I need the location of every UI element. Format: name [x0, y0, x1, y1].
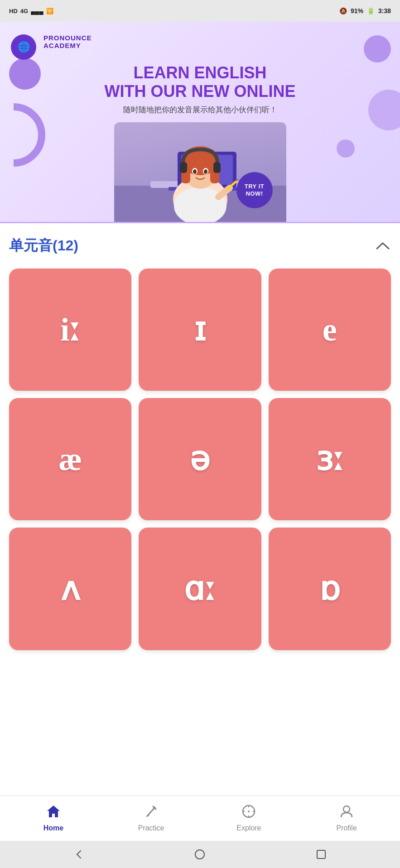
svg-line-21 — [148, 807, 155, 815]
home-icon — [46, 805, 61, 821]
phoneme-symbol-a-long: ɑː — [184, 573, 216, 605]
svg-point-26 — [248, 810, 250, 812]
section-header: 单元音(12) — [9, 236, 391, 256]
battery-icon: 🔋 — [367, 7, 375, 14]
banner-title-line1: LEARN ENGLISH — [11, 63, 389, 82]
nav-item-home[interactable]: Home — [5, 801, 102, 836]
logo-line2: ACADEMY — [43, 42, 92, 50]
banner-person-image: TRY IT NOW! — [114, 122, 286, 222]
chevron-up-icon[interactable] — [375, 238, 391, 254]
nav-label-home: Home — [43, 824, 63, 832]
compass-icon — [242, 805, 255, 821]
nav-label-practice: Practice — [138, 824, 164, 832]
status-bar: HD 4G ▄▄▄ 🛜 🔕 91% 🔋 3:38 — [0, 0, 400, 22]
try-it-badge[interactable]: TRY IT NOW! — [236, 172, 273, 208]
bottom-nav: Home Practice Explore — [0, 796, 400, 841]
svg-point-32 — [195, 850, 204, 859]
svg-rect-15 — [180, 162, 187, 173]
phoneme-card-open-o[interactable]: ɒ — [269, 528, 391, 650]
svg-point-31 — [343, 806, 350, 812]
phoneme-card-schwa[interactable]: ə — [139, 398, 261, 520]
banner-title: LEARN ENGLISH WITH OUR NEW ONLINE — [11, 63, 389, 101]
phoneme-card-3colon[interactable]: ɜː — [269, 398, 391, 520]
nav-item-explore[interactable]: Explore — [200, 801, 298, 836]
phoneme-symbol-schwa: ə — [190, 443, 210, 475]
recents-button[interactable] — [313, 846, 329, 863]
banner-title-line2: WITH OUR NEW ONLINE — [11, 82, 389, 101]
section-title: 单元音(12) — [9, 236, 78, 256]
phoneme-card-ae[interactable]: æ — [9, 398, 131, 520]
banner-image-area: TRY IT NOW! — [11, 122, 389, 222]
try-it-text: TRY IT — [245, 183, 264, 190]
signal-icon: ▄▄▄ — [31, 8, 43, 14]
status-left: HD 4G ▄▄▄ 🛜 — [9, 8, 53, 14]
phoneme-symbol-e: e — [323, 313, 337, 346]
banner: 🌐 PRONOUNCE ACADEMY LEARN ENGLISH WITH O… — [0, 22, 400, 223]
home-button[interactable] — [192, 846, 208, 863]
back-button[interactable] — [71, 846, 87, 863]
svg-rect-16 — [213, 162, 221, 173]
phoneme-card-i-long[interactable]: iː — [9, 269, 131, 391]
logo-line1: PRONOUNCE — [43, 34, 92, 42]
phoneme-grid: iː ɪ e æ ə ɜː ʌ ɑː ɒ — [9, 269, 391, 657]
logo-circle: 🌐 — [11, 34, 36, 60]
phoneme-symbol-i-long: iː — [60, 313, 80, 346]
phoneme-card-wedge[interactable]: ʌ — [9, 528, 131, 650]
main-section: 单元音(12) iː ɪ e æ ə ɜː — [0, 223, 400, 796]
phoneme-symbol-i-short: ɪ — [194, 313, 206, 346]
person-icon — [340, 805, 353, 821]
svg-point-13 — [193, 169, 197, 174]
phoneme-card-a-long[interactable]: ɑː — [139, 528, 261, 650]
svg-rect-33 — [317, 850, 325, 858]
globe-icon: 🌐 — [18, 41, 30, 53]
hd-badge: HD — [9, 8, 18, 14]
phoneme-symbol-open-o: ɒ — [319, 573, 340, 605]
phoneme-symbol-3colon: ɜː — [316, 443, 344, 475]
network-icon: 4G — [20, 8, 28, 14]
svg-marker-20 — [47, 806, 60, 817]
banner-header: 🌐 PRONOUNCE ACADEMY — [11, 34, 389, 60]
try-it-now: NOW! — [246, 190, 263, 197]
banner-subtitle: 随时随地把你的发音展示给其他小伙伴们听！ — [11, 105, 389, 115]
phoneme-symbol-wedge: ʌ — [61, 573, 80, 605]
clock: 3:38 — [378, 7, 391, 14]
sys-nav-bar — [0, 841, 400, 868]
nav-label-explore: Explore — [236, 824, 261, 832]
battery-percent: 91% — [351, 7, 363, 14]
svg-point-14 — [204, 169, 207, 174]
phoneme-symbol-ae: æ — [58, 443, 82, 475]
logo-text: PRONOUNCE ACADEMY — [43, 34, 92, 49]
wifi-icon: 🛜 — [46, 8, 53, 14]
mute-icon: 🔕 — [339, 7, 347, 14]
svg-line-24 — [147, 815, 148, 816]
nav-item-practice[interactable]: Practice — [102, 801, 200, 836]
pencil-icon — [145, 805, 158, 821]
phoneme-card-i-short[interactable]: ɪ — [139, 269, 261, 391]
nav-item-profile[interactable]: Profile — [298, 801, 395, 836]
nav-label-profile: Profile — [336, 824, 357, 832]
phoneme-card-e[interactable]: e — [269, 269, 391, 391]
status-right: 🔕 91% 🔋 3:38 — [339, 7, 391, 14]
